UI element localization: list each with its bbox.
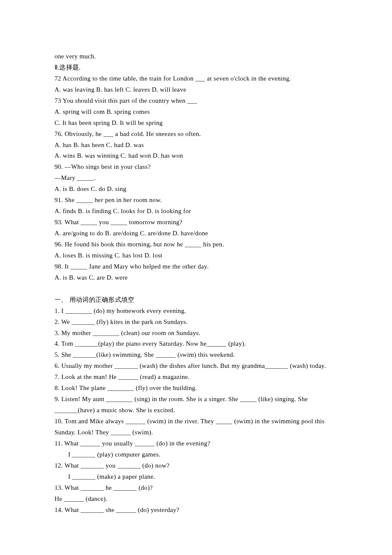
section3-line: 11. What ______ you usually ______ (do) …	[55, 438, 338, 449]
section3-line: 6. Usually my mother _______ (wash) the …	[55, 361, 338, 372]
section3-line: 5. She _______(like) swimming. She _____…	[55, 350, 338, 361]
section2-line: 72 According to the time table, the trai…	[55, 73, 338, 84]
section2-line: 96. He found his book this morning, but …	[55, 239, 338, 250]
section3-line: I _______ (play) computer games.	[55, 449, 338, 460]
section3-line: 12. What _______ you _______ (do) now?	[55, 460, 338, 471]
section2-line: 91. She _____ her pen in her room now.	[55, 195, 338, 206]
section2-line: 73 You should visit this part of the cou…	[55, 95, 338, 107]
section2-line: A. loses B. is missing C. has lost D. lo…	[55, 250, 338, 261]
section2-line: A. has B. has been C. had D. was	[55, 140, 338, 151]
section3-line: 3. My mother ________ (clean) our room o…	[55, 328, 338, 339]
section3-heading: 一、 用动词的正确形式填空	[55, 295, 338, 306]
section3-line: He ______ (dance).	[55, 494, 338, 505]
section2-line: —Mary _____.	[55, 173, 338, 184]
section2-line: 76. Obviously, he ___ a bad cold. He sne…	[55, 129, 338, 140]
section2-line: 98. It _____ Jane and Mary who helped me…	[55, 261, 338, 272]
section2-container: 72 According to the time table, the trai…	[55, 73, 338, 283]
section3-line: 14. What _______ she ______ (do) yesterd…	[55, 505, 338, 516]
section2-line: A. are/going to do B. are/doing C. are/d…	[55, 228, 338, 239]
section2-line: 90. —Who sings best in your class?	[55, 162, 338, 173]
section3-line: 4. Tom _______(play) the piano every Sat…	[55, 338, 338, 350]
section3-line: 9. Listen! My aunt ________ (sing) in th…	[55, 394, 338, 416]
section2-line: A. finds B. is finding C. looks for D. i…	[55, 206, 338, 217]
top-fragment-line: one very much.	[55, 51, 338, 62]
section2-line: 93. What _____ you _____ tomorrow mornin…	[55, 217, 338, 228]
section3-line: 10. Tom and Mike always ______ (swim) in…	[55, 416, 338, 438]
section2-heading: Ⅱ.选择题.	[55, 62, 338, 73]
section3-line: 2. We _______ (fly) kites in the park on…	[55, 317, 338, 328]
section3-line: 7. Look at the man! He ______ (read) a m…	[55, 372, 338, 383]
section2-line: A. is B. was C. are D. were	[55, 272, 338, 283]
section2-line: C. It has been spring D. It will be spri…	[55, 118, 338, 129]
section2-line: A. spring will com B. spring comes	[55, 107, 338, 118]
section2-line: A. is B. does C. do D. sing	[55, 184, 338, 195]
section3-line: 8. Look! The plane ________ (fly) over t…	[55, 383, 338, 394]
section3-container: 1. I ________ (do) my homework every eve…	[55, 306, 338, 516]
section3-line: I _______ (make) a paper plane.	[55, 471, 338, 483]
section3-line: 1. I ________ (do) my homework every eve…	[55, 306, 338, 317]
section2-line: A. was leaving B. has left C. leaves D. …	[55, 84, 338, 95]
section-spacer	[55, 283, 338, 295]
section2-line: A. wins B. was winning C. had won D. has…	[55, 150, 338, 162]
section3-line: 13. What _______ he _______ (do)?	[55, 483, 338, 494]
